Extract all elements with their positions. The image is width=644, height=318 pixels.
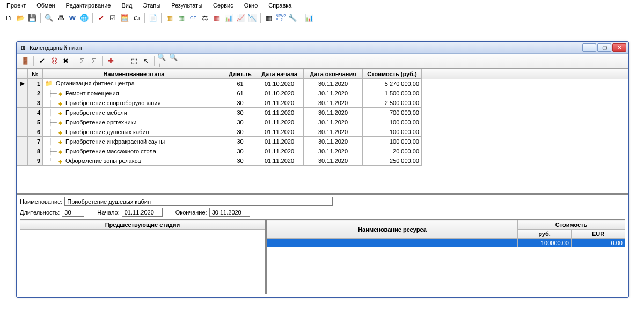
cell-start[interactable]: 01.10.2020 bbox=[255, 88, 304, 98]
chart1-icon[interactable]: 📊 bbox=[223, 13, 234, 23]
cell-duration[interactable]: 30 bbox=[225, 146, 255, 156]
cell-cost[interactable]: 100 000,00 bbox=[363, 117, 422, 127]
cell-resource-name[interactable] bbox=[267, 239, 518, 247]
header-duration[interactable]: Длит-ть bbox=[225, 69, 255, 79]
minimize-button[interactable]: — bbox=[582, 43, 596, 52]
menu-project[interactable]: Проект bbox=[1, 1, 31, 10]
cell-end[interactable]: 30.11.2020 bbox=[304, 137, 363, 146]
cell-name[interactable]: ├─ ◆ Приобретение инфракрасной сауны bbox=[43, 137, 225, 146]
cell-cost[interactable]: 250 000,00 bbox=[363, 156, 422, 166]
exit-icon[interactable]: 🚪 bbox=[20, 56, 31, 66]
apply-icon[interactable]: ✔ bbox=[36, 56, 47, 66]
cell-end[interactable]: 30.11.2020 bbox=[304, 88, 363, 98]
menu-stages[interactable]: Этапы bbox=[137, 1, 166, 10]
table-row[interactable]: 8 ├─ ◆ Приобретение массажного стола3001… bbox=[17, 146, 628, 156]
cell-cost[interactable]: 100 000,00 bbox=[363, 137, 422, 146]
cell-start[interactable]: 01.11.2020 bbox=[255, 98, 304, 108]
table-row[interactable]: 4 ├─ ◆ Приобретение мебели3001.11.202030… bbox=[17, 108, 628, 117]
chart3-icon[interactable]: 📉 bbox=[247, 13, 258, 23]
sum1-icon[interactable]: Σ bbox=[77, 56, 87, 66]
cell-duration[interactable]: 30 bbox=[225, 137, 255, 146]
menu-results[interactable]: Результаты bbox=[166, 1, 208, 10]
table3-icon[interactable]: ▦ bbox=[211, 13, 222, 23]
cell-start[interactable]: 01.11.2020 bbox=[255, 108, 304, 117]
header-no[interactable]: № bbox=[28, 69, 43, 79]
list-icon[interactable]: ☑ bbox=[107, 13, 118, 23]
cell-duration[interactable]: 30 bbox=[225, 117, 255, 127]
maximize-button[interactable]: ▢ bbox=[597, 43, 611, 52]
header-eur[interactable]: EUR bbox=[571, 230, 625, 239]
remove-icon[interactable]: − bbox=[117, 56, 128, 66]
menu-window[interactable]: Окно bbox=[239, 1, 264, 10]
cell-name[interactable]: ├─ ◆ Приобретение оргтехники bbox=[43, 117, 225, 127]
field-end[interactable] bbox=[209, 208, 250, 217]
cell-name[interactable]: ├─ ◆ Ремонт помещения bbox=[43, 88, 225, 98]
cell-start[interactable]: 01.10.2020 bbox=[255, 79, 304, 88]
menu-service[interactable]: Сервис bbox=[208, 1, 239, 10]
save-icon[interactable]: 💾 bbox=[27, 13, 38, 23]
resource-row-selected[interactable]: 100000.00 0.00 bbox=[267, 239, 625, 247]
cell-name[interactable]: ├─ ◆ Приобретение массажного стола bbox=[43, 146, 225, 156]
cell-cost[interactable]: 700 000,00 bbox=[363, 108, 422, 117]
table-row[interactable]: 7 ├─ ◆ Приобретение инфракрасной сауны30… bbox=[17, 137, 628, 146]
header-start[interactable]: Дата начала bbox=[255, 69, 304, 79]
menu-exchange[interactable]: Обмен bbox=[31, 1, 60, 10]
titlebar[interactable]: 🗓 Календарный план — ▢ ✕ bbox=[17, 42, 628, 54]
zoom-in-icon[interactable]: 🔍+ bbox=[157, 56, 168, 66]
cell-name[interactable]: ├─ ◆ Приобретение мебели bbox=[43, 108, 225, 117]
new-icon[interactable]: 🗋 bbox=[3, 13, 14, 23]
cell-cost[interactable]: 20 000,00 bbox=[363, 146, 422, 156]
cell-end[interactable]: 30.11.2020 bbox=[304, 117, 363, 127]
chart4-icon[interactable]: 📊 bbox=[304, 13, 314, 23]
header-marker[interactable] bbox=[17, 69, 28, 79]
print-icon[interactable]: 🖶 bbox=[55, 13, 66, 23]
tool-icon[interactable]: 🔧 bbox=[287, 13, 298, 23]
npv-icon[interactable]: NPV?PI-? bbox=[275, 13, 286, 23]
cell-start[interactable]: 01.11.2020 bbox=[255, 117, 304, 127]
field-start[interactable] bbox=[122, 208, 163, 217]
cell-end[interactable]: 30.11.2020 bbox=[304, 146, 363, 156]
chart2-icon[interactable]: 📈 bbox=[235, 13, 246, 23]
field-name[interactable] bbox=[64, 197, 333, 206]
cell-end[interactable]: 30.11.2020 bbox=[304, 156, 363, 166]
table-row[interactable]: 3 ├─ ◆ Приобретение спортоборудования300… bbox=[17, 98, 628, 108]
header-cost[interactable]: Стоимость bbox=[517, 220, 625, 230]
globe-icon[interactable]: 🌐 bbox=[79, 13, 90, 23]
link-icon[interactable]: ⛓ bbox=[48, 56, 59, 66]
cell-duration[interactable]: 61 bbox=[225, 79, 255, 88]
cell-name[interactable]: ├─ ◆ Приобретение спортоборудования bbox=[43, 98, 225, 108]
cell-start[interactable]: 01.11.2020 bbox=[255, 137, 304, 146]
cell-duration[interactable]: 30 bbox=[225, 98, 255, 108]
table-row[interactable]: 5 ├─ ◆ Приобретение оргтехники3001.11.20… bbox=[17, 117, 628, 127]
calc-icon[interactable]: 🧮 bbox=[119, 13, 130, 23]
pointer-icon[interactable]: ↖ bbox=[141, 56, 151, 66]
cell-start[interactable]: 01.11.2020 bbox=[255, 127, 304, 137]
cards-icon[interactable]: 🗂 bbox=[131, 13, 142, 23]
table-row[interactable]: ▶1📁 Организация фитнес-центра6101.10.202… bbox=[17, 79, 628, 88]
cell-duration[interactable]: 30 bbox=[225, 156, 255, 166]
cell-duration[interactable]: 30 bbox=[225, 127, 255, 137]
cell-cost-rub[interactable]: 100000.00 bbox=[517, 239, 571, 247]
cell-end[interactable]: 30.11.2020 bbox=[304, 108, 363, 117]
cell-end[interactable]: 30.11.2020 bbox=[304, 127, 363, 137]
header-name[interactable]: Наименование этапа bbox=[43, 69, 225, 79]
table4-icon[interactable]: ▦ bbox=[264, 13, 274, 23]
cell-start[interactable]: 01.11.2020 bbox=[255, 146, 304, 156]
cell-duration[interactable]: 61 bbox=[225, 88, 255, 98]
header-end[interactable]: Дата окончания bbox=[304, 69, 363, 79]
close-button[interactable]: ✕ bbox=[612, 43, 626, 52]
balance-icon[interactable]: ⚖ bbox=[200, 13, 210, 23]
header-resource-name[interactable]: Наименование ресурса bbox=[267, 220, 518, 239]
cell-cost[interactable]: 1 500 000,00 bbox=[363, 88, 422, 98]
add-icon[interactable]: ✚ bbox=[105, 56, 116, 66]
cell-cost-eur[interactable]: 0.00 bbox=[571, 239, 625, 247]
header-prev-stages[interactable]: Предшествующие стадии bbox=[20, 220, 265, 230]
cell-duration[interactable]: 30 bbox=[225, 108, 255, 117]
delete-icon[interactable]: ✖ bbox=[60, 56, 71, 66]
cell-end[interactable]: 30.11.2020 bbox=[304, 79, 363, 88]
word-icon[interactable]: W bbox=[67, 13, 78, 23]
header-rub[interactable]: руб. bbox=[517, 230, 571, 239]
table1-icon[interactable]: ▦ bbox=[164, 13, 175, 23]
cell-start[interactable]: 01.11.2020 bbox=[255, 156, 304, 166]
menu-edit[interactable]: Редактирование bbox=[61, 1, 116, 10]
